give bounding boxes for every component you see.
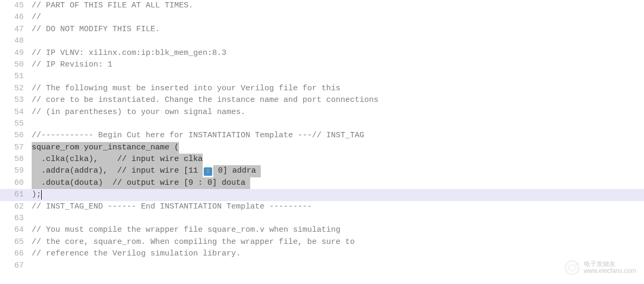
code-line[interactable]: 56//----------- Begin Cut here for INSTA… [0,130,644,141]
comment-text: //----------- Begin Cut here for INSTANT… [32,130,364,141]
code-content[interactable]: // reference the Verilog simulation libr… [32,248,241,260]
code-content[interactable]: //----------- Begin Cut here for INSTANT… [32,130,364,141]
code-line[interactable]: 63 [0,213,644,224]
comment-text: // the core, square_rom. When compiling … [32,236,355,248]
text-cursor [41,190,42,200]
line-number: 58 [0,154,32,165]
comment-text: // DO NOT MODIFY THIS FILE. [32,24,160,35]
comment-text: // The following must be inserted into y… [32,83,340,94]
line-number: 46 [0,12,32,23]
line-number: 48 [0,35,32,47]
line-number: 50 [0,59,32,71]
colon-marker-icon: : [204,167,212,176]
code-content[interactable]: // DO NOT MODIFY THIS FILE. [32,24,160,35]
svg-point-0 [565,261,579,274]
code-line[interactable]: 57square_rom your_instance_name ( [0,142,644,154]
code-line[interactable]: 65// the core, square_rom. When compilin… [0,236,644,248]
selected-text: .clka(clka), [41,154,117,165]
code-content[interactable]: // IP Revision: 1 [32,59,112,71]
line-number: 66 [0,248,32,260]
comment-text: // IP Revision: 1 [32,59,112,71]
comment-text: // input wire [11 [117,165,203,177]
line-number: 49 [0,48,32,59]
code-line[interactable]: 54// (in parentheses) to your own signal… [0,107,644,118]
code-line[interactable]: 62// INST_TAG_END ------ End INSTANTIATI… [0,201,644,213]
line-number: 62 [0,201,32,213]
comment-text: // (in parentheses) to your own signal n… [32,107,245,118]
comment-text: 0] addra [213,165,261,177]
code-content[interactable]: // IP VLNV: xilinx.com:ip:blk_mem_gen:8.… [32,48,226,59]
line-number: 65 [0,236,32,248]
code-line[interactable]: 51 [0,71,644,82]
code-line[interactable]: 64// You must compile the wrapper file s… [0,224,644,236]
code-content[interactable]: .addra(addra), // input wire [11 : 0] ad… [32,165,261,177]
code-content[interactable]: // PART OF THIS FILE AT ALL TIMES. [32,0,193,12]
comment-text: // input wire clka [117,154,203,165]
code-content[interactable]: square_rom your_instance_name ( [32,142,179,154]
comment-text: // output wire [9 : 0] douta [112,177,250,189]
code-line[interactable]: 60 .douta(douta) // output wire [9 : 0] … [0,177,644,189]
comment-text: // [32,12,41,23]
line-number: 59 [0,165,32,177]
code-content[interactable]: // You must compile the wrapper file squ… [32,224,340,236]
comment-text: // core to be instantiated. Change the i… [32,94,378,106]
code-line[interactable]: 46// [0,12,644,23]
line-number: 57 [0,142,32,154]
code-line[interactable]: 47// DO NOT MODIFY THIS FILE. [0,24,644,35]
comment-text: // INST_TAG_END ------ End INSTANTIATION… [32,201,312,213]
code-content[interactable]: ); [32,189,644,201]
code-line[interactable]: 48 [0,35,644,47]
code-content[interactable]: // The following must be inserted into y… [32,83,340,94]
line-number: 45 [0,0,32,12]
line-number: 63 [0,213,32,224]
line-number: 60 [0,177,32,189]
line-number: 61 [0,189,32,201]
code-line[interactable]: 67 [0,260,644,272]
code-line[interactable]: 55 [0,118,644,130]
comment-text: // reference the Verilog simulation libr… [32,248,241,260]
code-content[interactable]: // the core, square_rom. When compiling … [32,236,355,248]
line-number: 55 [0,118,32,130]
line-number: 47 [0,24,32,35]
comment-text: // PART OF THIS FILE AT ALL TIMES. [32,0,193,12]
line-number: 52 [0,83,32,94]
comment-text: // IP VLNV: xilinx.com:ip:blk_mem_gen:8.… [32,48,226,59]
code-line[interactable]: 52// The following must be inserted into… [0,83,644,94]
code-content[interactable]: // INST_TAG_END ------ End INSTANTIATION… [32,201,312,213]
code-content[interactable]: // core to be instantiated. Change the i… [32,94,378,106]
line-number: 53 [0,94,32,106]
svg-point-1 [575,263,577,265]
watermark-url: www.elecfans.com [584,268,636,274]
code-line[interactable]: 66// reference the Verilog simulation li… [0,248,644,260]
code-content[interactable]: .douta(douta) // output wire [9 : 0] dou… [32,177,250,189]
line-number: 67 [0,260,32,272]
code-line[interactable]: 53// core to be instantiated. Change the… [0,94,644,106]
elecfans-logo-icon [564,259,581,276]
code-line[interactable]: 59 .addra(addra), // input wire [11 : 0]… [0,165,644,177]
code-line[interactable]: 61); [0,189,644,201]
code-content[interactable]: .clka(clka), // input wire clka [32,154,203,165]
line-number: 56 [0,130,32,141]
code-content[interactable]: // [32,12,41,23]
line-number: 51 [0,71,32,82]
code-text: ); [32,189,41,201]
code-line[interactable]: 45// PART OF THIS FILE AT ALL TIMES. [0,0,644,12]
selected-text: .addra(addra), [41,165,117,177]
selected-text: square_rom your_instance_name ( [32,142,179,154]
code-content[interactable]: // (in parentheses) to your own signal n… [32,107,245,118]
code-line[interactable]: 50// IP Revision: 1 [0,59,644,71]
code-editor[interactable]: 45// PART OF THIS FILE AT ALL TIMES.46//… [0,0,644,272]
comment-text: // You must compile the wrapper file squ… [32,224,340,236]
line-number: 54 [0,107,32,118]
selected-text: .douta(douta) [41,177,112,189]
code-line[interactable]: 58 .clka(clka), // input wire clka [0,154,644,165]
line-number: 64 [0,224,32,236]
watermark: 电子发烧友 www.elecfans.com [564,259,636,276]
code-line[interactable]: 49// IP VLNV: xilinx.com:ip:blk_mem_gen:… [0,48,644,59]
